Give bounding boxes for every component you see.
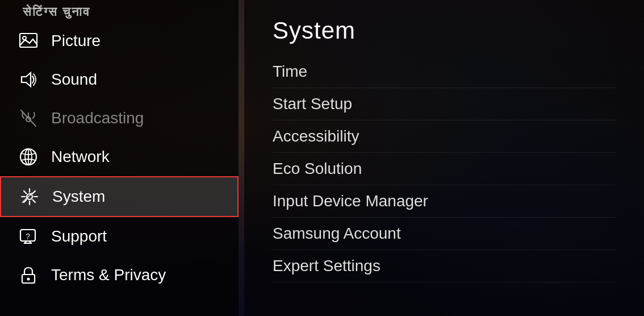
sidebar-item-label-broadcasting: Broadcasting <box>51 109 144 127</box>
sidebar-item-label-picture: Picture <box>51 32 101 50</box>
menu-item-accessibility[interactable]: Accessibility <box>273 120 616 153</box>
system-icon <box>18 185 41 208</box>
sidebar-item-picture[interactable]: Picture <box>0 22 239 60</box>
system-section-title: System <box>273 17 616 44</box>
broadcasting-icon <box>17 107 40 130</box>
menu-item-time[interactable]: Time <box>273 56 616 88</box>
menu-item-start-setup[interactable]: Start Setup <box>273 88 616 120</box>
sidebar-item-support[interactable]: ? Support <box>0 217 239 256</box>
sidebar-item-label-sound: Sound <box>51 70 97 89</box>
support-icon: ? <box>17 225 40 248</box>
svg-marker-2 <box>22 73 31 86</box>
menu-item-expert-settings[interactable]: Expert Settings <box>273 250 616 282</box>
sidebar-item-system[interactable]: System <box>0 176 239 217</box>
svg-point-17 <box>27 278 30 281</box>
menu-item-samsung-account[interactable]: Samsung Account <box>273 218 616 250</box>
menu-item-eco-solution[interactable]: Eco Solution <box>273 153 616 185</box>
svg-text:?: ? <box>26 232 30 241</box>
sidebar-item-terms-privacy[interactable]: Terms & Privacy <box>0 256 239 294</box>
picture-icon <box>17 30 40 52</box>
left-nav-panel: Picture Sound Broadcasting <box>0 0 239 316</box>
lock-icon <box>17 264 40 286</box>
sidebar-item-network[interactable]: Network <box>0 138 239 176</box>
network-icon <box>17 145 40 168</box>
sidebar-item-label-support: Support <box>51 227 107 246</box>
right-content-panel: System Time Start Setup Accessibility Ec… <box>244 0 644 316</box>
top-text: सेटिंग्स चुनाव <box>23 5 90 19</box>
sidebar-item-sound[interactable]: Sound <box>0 60 239 99</box>
sidebar-item-broadcasting[interactable]: Broadcasting <box>0 99 239 138</box>
menu-item-input-device-manager[interactable]: Input Device Manager <box>273 185 616 218</box>
sound-icon <box>17 68 40 91</box>
svg-point-1 <box>23 36 26 40</box>
sidebar-item-label-network: Network <box>51 148 110 166</box>
system-menu-list: Time Start Setup Accessibility Eco Solut… <box>273 56 616 282</box>
sidebar-item-label-terms-privacy: Terms & Privacy <box>51 266 166 284</box>
sidebar-item-label-system: System <box>52 188 105 206</box>
